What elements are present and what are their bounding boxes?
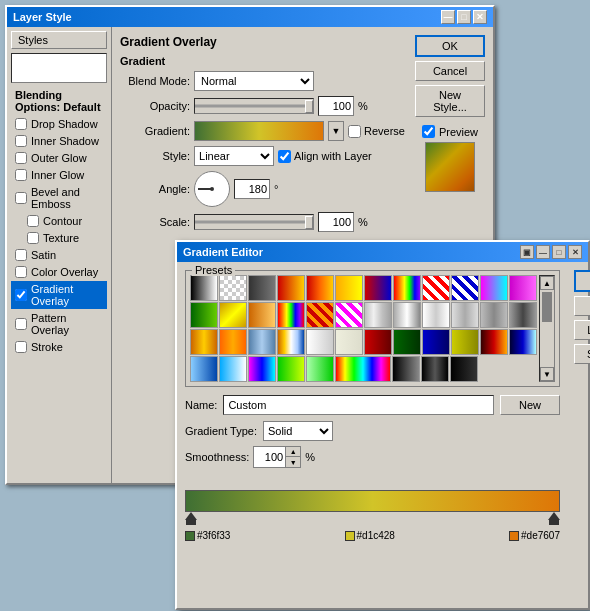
pattern-overlay-checkbox[interactable] <box>15 318 27 330</box>
gradient-type-select[interactable]: Solid <box>263 421 333 441</box>
ge-load-button[interactable]: Load... <box>574 320 590 340</box>
ge-save-button[interactable]: Save... <box>574 344 590 364</box>
cancel-button[interactable]: Cancel <box>415 61 485 81</box>
blend-mode-select[interactable]: Normal <box>194 71 314 91</box>
preset-rainbow2[interactable] <box>277 302 305 328</box>
ok-button[interactable]: OK <box>415 35 485 57</box>
contour-option[interactable]: Contour <box>11 213 107 229</box>
preset-green[interactable] <box>190 302 218 328</box>
bevel-emboss-checkbox[interactable] <box>15 192 27 204</box>
outer-glow-checkbox[interactable] <box>15 152 27 164</box>
preset-full-rainbow[interactable] <box>335 356 391 382</box>
ge-reset-button[interactable]: Reset <box>574 296 590 316</box>
ge-close-button[interactable]: ✕ <box>568 245 582 259</box>
gradient-overlay-option[interactable]: Gradient Overlay <box>11 281 107 309</box>
close-button[interactable]: ✕ <box>473 10 487 24</box>
preset-red-yellow[interactable] <box>277 275 305 301</box>
stroke-checkbox[interactable] <box>15 341 27 353</box>
scroll-thumb[interactable] <box>542 292 552 322</box>
preview-checkbox[interactable] <box>422 125 435 138</box>
gradient-ramp[interactable] <box>185 490 560 512</box>
preset-black-gray[interactable] <box>392 356 420 382</box>
stop-right[interactable] <box>548 512 560 525</box>
preset-silver[interactable] <box>364 302 392 328</box>
preset-sky[interactable] <box>190 356 218 382</box>
preset-white-fade[interactable] <box>422 302 450 328</box>
preset-light-blue[interactable] <box>219 356 247 382</box>
drop-shadow-option[interactable]: Drop Shadow <box>11 116 107 132</box>
preset-dark-yellow[interactable] <box>451 329 479 355</box>
styles-header[interactable]: Styles <box>11 31 107 49</box>
drop-shadow-checkbox[interactable] <box>15 118 27 130</box>
texture-checkbox[interactable] <box>27 232 39 244</box>
gradient-arrow[interactable]: ▼ <box>328 121 344 141</box>
align-layer-checkbox[interactable] <box>278 150 291 163</box>
preset-chrome[interactable] <box>393 302 421 328</box>
preset-orange-yellow[interactable] <box>335 275 363 301</box>
preset-warm-cool[interactable] <box>277 329 305 355</box>
satin-option[interactable]: Satin <box>11 247 107 263</box>
preset-gold[interactable] <box>219 302 247 328</box>
preset-copper[interactable] <box>190 329 218 355</box>
outer-glow-option[interactable]: Outer Glow <box>11 150 107 166</box>
preset-gray3[interactable] <box>509 302 537 328</box>
gradient-overlay-checkbox[interactable] <box>15 289 27 301</box>
preset-red-blue[interactable] <box>364 275 392 301</box>
stroke-option[interactable]: Stroke <box>11 339 107 355</box>
angle-input[interactable] <box>234 179 270 199</box>
inner-shadow-option[interactable]: Inner Shadow <box>11 133 107 149</box>
color-overlay-checkbox[interactable] <box>15 266 27 278</box>
inner-glow-option[interactable]: Inner Glow <box>11 167 107 183</box>
preset-stripe-blue[interactable] <box>451 275 479 301</box>
preset-pale[interactable] <box>335 329 363 355</box>
new-button[interactable]: New <box>500 395 560 415</box>
preset-dark-green[interactable] <box>393 329 421 355</box>
inner-shadow-checkbox[interactable] <box>15 135 27 147</box>
preset-stripe-red[interactable] <box>422 275 450 301</box>
maximize-button[interactable]: □ <box>457 10 471 24</box>
ge-maximize-button[interactable]: □ <box>552 245 566 259</box>
preset-gray-fade[interactable] <box>451 302 479 328</box>
name-input[interactable] <box>223 395 494 415</box>
ge-icon-resize[interactable]: ▣ <box>520 245 534 259</box>
scroll-down-btn[interactable]: ▼ <box>540 367 554 381</box>
texture-option[interactable]: Texture <box>11 230 107 246</box>
scale-input[interactable] <box>318 212 354 232</box>
blending-options-header[interactable]: Blending Options: Default <box>11 87 107 115</box>
smoothness-up[interactable]: ▲ <box>286 447 300 457</box>
scale-slider[interactable] <box>194 214 314 230</box>
preset-near-black[interactable] <box>450 356 478 382</box>
angle-dial[interactable] <box>194 171 230 207</box>
preset-orange[interactable] <box>248 302 276 328</box>
opacity-thumb[interactable] <box>305 100 313 113</box>
preset-purple[interactable] <box>509 275 537 301</box>
contour-checkbox[interactable] <box>27 215 39 227</box>
preset-light-green[interactable] <box>306 356 334 382</box>
opacity-slider[interactable] <box>194 98 314 114</box>
styles-list[interactable] <box>11 53 107 83</box>
satin-checkbox[interactable] <box>15 249 27 261</box>
preset-gray2[interactable] <box>480 302 508 328</box>
ge-minimize-button[interactable]: — <box>536 245 550 259</box>
preset-stripe-magenta[interactable] <box>335 302 363 328</box>
gradient-preview[interactable] <box>194 121 324 141</box>
preset-green-lime[interactable] <box>277 356 305 382</box>
preset-black-fade[interactable] <box>421 356 449 382</box>
scale-thumb[interactable] <box>305 216 313 229</box>
inner-glow-checkbox[interactable] <box>15 169 27 181</box>
opacity-input[interactable] <box>318 96 354 116</box>
preset-white-gray[interactable] <box>306 329 334 355</box>
preset-fire[interactable] <box>480 329 508 355</box>
preset-magenta-cyan[interactable] <box>480 275 508 301</box>
smoothness-down[interactable]: ▼ <box>286 457 300 467</box>
preset-bw[interactable] <box>190 275 218 301</box>
stop-left[interactable] <box>185 512 197 525</box>
preset-dark-gray[interactable] <box>248 275 276 301</box>
pattern-overlay-option[interactable]: Pattern Overlay <box>11 310 107 338</box>
smoothness-input[interactable] <box>254 447 286 467</box>
preset-blue-steel[interactable] <box>248 329 276 355</box>
preset-rainbow[interactable] <box>393 275 421 301</box>
preset-stripe-orange[interactable] <box>306 302 334 328</box>
minimize-button[interactable]: — <box>441 10 455 24</box>
preset-red-orange-yellow[interactable] <box>306 275 334 301</box>
